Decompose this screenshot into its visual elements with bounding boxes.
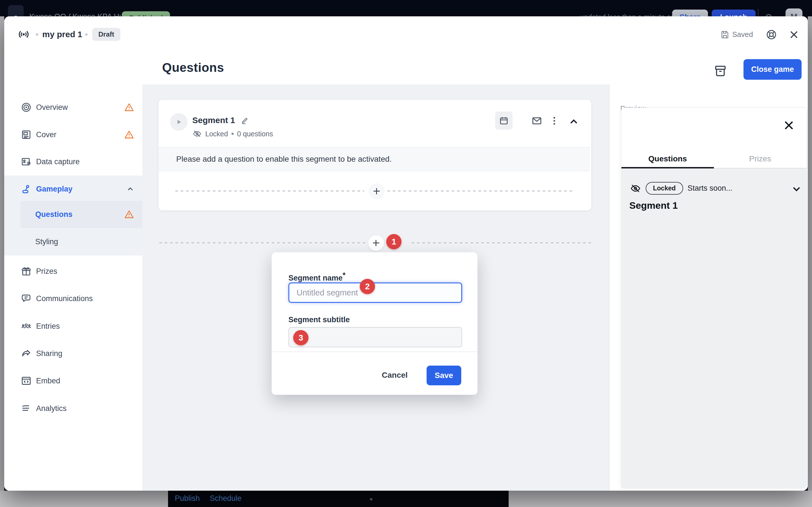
cancel-button[interactable]: Cancel (382, 371, 408, 380)
backdrop-left (0, 16, 4, 491)
warning-icon (124, 129, 135, 140)
segment-name-label-text: Segment name (289, 274, 343, 282)
plus-icon (373, 188, 380, 194)
chevron-up-icon (126, 185, 135, 193)
broadcast-icon (17, 28, 30, 41)
sidebar-item-label: Communications (36, 294, 93, 303)
sidebar-item-cover[interactable]: Cover (4, 121, 142, 148)
sidebar-item-label: Entries (36, 322, 60, 331)
sidebar-item-analytics[interactable]: Analytics (4, 395, 142, 422)
save-disk-icon (720, 30, 729, 39)
preview-panel: Preview Questions Prizes Locked Starts s… (609, 84, 808, 491)
saved-label: Saved (732, 30, 753, 39)
sidebar-item-label: Sharing (36, 349, 62, 358)
page-header: Questions Close game (142, 53, 808, 85)
sidebar-item-label: Data capture (36, 158, 80, 166)
mail-icon[interactable] (531, 115, 543, 126)
separator-dot (36, 33, 38, 36)
sidebar-item-communications[interactable]: Communications (4, 285, 142, 312)
segment-name-input[interactable] (289, 283, 462, 303)
calendar-icon[interactable] (495, 112, 513, 129)
sidebar-item-label: Embed (36, 377, 60, 385)
sidebar-item-questions[interactable]: Questions (4, 201, 142, 228)
segment-notice-text: Please add a question to enable this seg… (176, 155, 392, 164)
segment-name-label: Segment name* (289, 271, 346, 283)
plus-icon (373, 240, 379, 246)
draft-status-badge: Draft (92, 28, 120, 41)
starts-soon-text: Starts soon... (688, 184, 732, 193)
edit-pencil-icon[interactable] (241, 116, 249, 124)
required-marker: * (343, 271, 346, 279)
dashed-line (159, 242, 366, 243)
sidebar-item-styling[interactable]: Styling (4, 228, 142, 255)
screen: Kwese OO / Kwese KPA Hub Published updat… (0, 0, 812, 507)
sidebar-item-data-capture[interactable]: Data capture (4, 148, 142, 175)
sidebar-item-entries[interactable]: Entries (4, 313, 142, 340)
tab-questions[interactable]: Questions (621, 150, 714, 168)
preview-body: Locked Starts soon... Segment 1 (621, 168, 806, 488)
tab-prizes[interactable]: Prizes (714, 150, 806, 168)
people-icon (20, 321, 32, 332)
close-game-button[interactable]: Close game (744, 59, 802, 80)
add-segment-button[interactable] (368, 235, 384, 251)
backdrop-right (808, 16, 812, 491)
dashed-line (412, 242, 592, 243)
analytics-lines-icon (20, 403, 32, 414)
locked-badge: Locked (646, 182, 683, 194)
segment-subtitle-input[interactable] (289, 327, 462, 347)
builder-modal: my pred 1 Draft Saved (4, 16, 808, 491)
archive-icon[interactable] (713, 64, 727, 78)
cover-icon (20, 129, 32, 140)
annotation-badge-3: 3 (293, 330, 308, 345)
warning-icon (124, 102, 135, 113)
segment-subtitle-label: Segment subtitle (289, 316, 350, 324)
segment-dialog: Segment name* 2 Segment subtitle 3 Cance… (271, 252, 477, 395)
builder-sidebar: Overview Cover Data capture (4, 53, 143, 491)
preview-lock-row: Locked Starts soon... (630, 182, 732, 194)
sidebar-item-prizes[interactable]: Prizes (4, 258, 142, 285)
gift-icon (20, 266, 32, 277)
segment-name: Segment 1 (192, 115, 235, 125)
embed-window-icon (20, 375, 32, 386)
dashed-line (388, 190, 574, 191)
app-bottombar: Publish Schedule (0, 491, 812, 507)
segment-meta: Locked 0 questions (192, 129, 273, 138)
play-icon[interactable] (170, 113, 188, 131)
sidebar-item-gameplay[interactable]: Gameplay (4, 175, 142, 203)
help-icon[interactable] (765, 29, 777, 41)
separator-dot (85, 33, 88, 36)
publish-link[interactable]: Publish (175, 494, 200, 503)
segment-notice: Please add a question to enable this seg… (158, 147, 590, 171)
bottombar-dark-strip: Publish Schedule (168, 491, 509, 507)
preview-close-icon[interactable] (783, 119, 795, 131)
eye-off-icon (630, 183, 641, 194)
sidebar-item-overview[interactable]: Overview (4, 94, 142, 121)
sidebar-item-label: Overview (36, 103, 68, 112)
annotation-badge-2: 2 (360, 279, 375, 294)
preview-card: Questions Prizes Locked Starts soon... (621, 108, 807, 488)
sidebar-item-embed[interactable]: Embed (4, 367, 142, 394)
target-icon (20, 102, 32, 113)
modal-header: my pred 1 Draft Saved (4, 16, 808, 53)
saved-indicator: Saved (720, 30, 753, 39)
segment-lock-status: Locked (205, 130, 228, 138)
bottombar-dot (370, 498, 372, 501)
id-card-icon (20, 156, 32, 167)
warning-icon (124, 209, 135, 220)
dialog-divider (272, 351, 477, 352)
annotation-badge-1: 1 (386, 234, 402, 249)
chevron-down-icon[interactable] (791, 183, 802, 195)
schedule-link[interactable]: Schedule (210, 494, 242, 503)
close-modal-icon[interactable] (789, 29, 799, 40)
segment-question-count: 0 questions (237, 130, 273, 138)
sidebar-item-sharing[interactable]: Sharing (4, 340, 142, 367)
separator-dot (232, 133, 234, 135)
add-question-button[interactable] (369, 184, 384, 199)
page-title: Questions (162, 61, 224, 75)
sidebar-item-label: Styling (35, 237, 58, 246)
collapse-segment-chevron-icon[interactable] (568, 116, 580, 128)
game-title: my pred 1 (42, 30, 82, 39)
kebab-menu-icon[interactable] (549, 115, 560, 126)
sidebar-item-label: Questions (35, 210, 72, 219)
save-button[interactable]: Save (426, 365, 461, 385)
